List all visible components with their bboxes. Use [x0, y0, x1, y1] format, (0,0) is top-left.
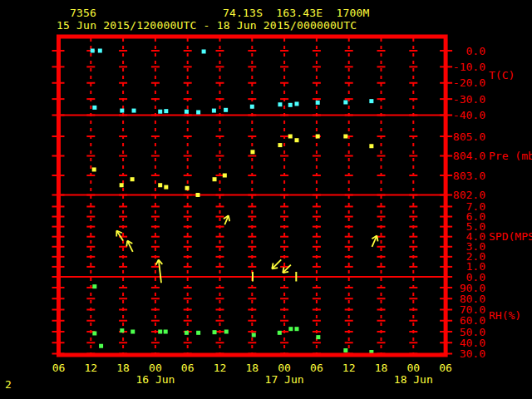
data-point-pressure [250, 150, 254, 154]
data-point-pressure [158, 183, 162, 187]
data-point-pressure [185, 186, 190, 190]
data-point-pressure [294, 138, 298, 142]
meteogram-screen: 7356 74.13S 163.43E 1700M 15 Jun 2015/12… [0, 0, 532, 399]
data-point-relative-humidity [99, 344, 103, 348]
x-day-label: 18 Jun [394, 373, 433, 386]
unit-label-temperature: T(C) [489, 69, 515, 81]
wind-arrow-head [272, 268, 278, 268]
data-point-relative-humidity [92, 331, 96, 335]
data-point-pressure [316, 135, 320, 139]
data-point-relative-humidity [224, 330, 229, 334]
data-point-temperature [185, 110, 189, 114]
data-point-relative-humidity [316, 335, 320, 339]
unit-label-relative-humidity: RH(%) [489, 309, 521, 322]
x-day-label: 16 Jun [135, 373, 175, 386]
meteogram-plot: 0.0-10.0-20.0-30.0-40.0T(C)805.0804.0803… [0, 0, 532, 399]
x-hour-label: 00 [406, 362, 420, 374]
data-point-temperature [294, 101, 298, 106]
x-hour-label: 18 [375, 362, 388, 374]
data-point-pressure [288, 135, 293, 139]
data-point-pressure [223, 174, 227, 178]
wind-arrow-head [229, 215, 229, 221]
data-point-temperature [132, 109, 136, 113]
data-point-temperature [158, 110, 162, 114]
data-point-pressure [343, 135, 347, 139]
x-day-label: 17 Jun [265, 373, 304, 386]
data-point-pressure [278, 143, 282, 147]
y-tick-label-temperature: -30.0 [453, 93, 485, 106]
y-tick-label-pressure: 804.0 [453, 150, 485, 162]
data-point-relative-humidity [92, 284, 96, 288]
data-point-relative-humidity [158, 330, 162, 334]
data-point-temperature [164, 109, 168, 113]
x-hour-label: 06 [310, 362, 323, 374]
data-point-temperature [202, 49, 206, 53]
data-point-temperature [224, 108, 228, 112]
data-point-relative-humidity [252, 332, 256, 337]
unit-label-pressure: Pre (mb) [489, 150, 532, 162]
x-hour-label: 12 [214, 362, 227, 374]
data-point-relative-humidity [185, 331, 189, 335]
y-tick-label-temperature: 0.0 [466, 45, 485, 57]
data-point-temperature [278, 102, 282, 106]
x-hour-label: 12 [84, 362, 97, 374]
x-hour-label: 18 [116, 362, 130, 374]
data-point-temperature [120, 109, 124, 113]
y-tick-label-relative-humidity: 30.0 [460, 347, 485, 360]
data-point-pressure [195, 193, 200, 197]
data-point-temperature [369, 99, 373, 103]
data-point-temperature [91, 49, 95, 53]
x-hour-label: 00 [278, 362, 291, 374]
data-point-temperature [250, 105, 254, 109]
data-point-relative-humidity [164, 330, 168, 334]
y-tick-label-temperature: -10.0 [453, 61, 485, 73]
wind-arrow-head [126, 241, 127, 247]
data-point-relative-humidity [294, 327, 298, 331]
data-point-pressure [213, 177, 217, 181]
data-point-pressure [131, 177, 135, 181]
data-point-temperature [343, 101, 347, 105]
data-point-temperature [196, 111, 200, 115]
x-hour-label: 06 [181, 362, 195, 374]
x-hour-label: 12 [342, 362, 356, 374]
data-point-relative-humidity [288, 327, 293, 331]
data-point-pressure [92, 167, 96, 171]
y-tick-label-temperature: -20.0 [453, 76, 485, 89]
unit-label-wind-speed: SPD(MPS) [489, 230, 532, 243]
y-tick-label-pressure: 803.0 [453, 170, 485, 182]
data-point-relative-humidity [343, 348, 347, 352]
data-point-temperature [92, 106, 96, 110]
data-point-relative-humidity [120, 328, 124, 332]
y-tick-label-temperature: -40.0 [453, 109, 485, 121]
data-point-temperature [212, 109, 216, 113]
data-point-temperature [98, 49, 102, 53]
data-point-temperature [288, 103, 293, 107]
data-point-relative-humidity [278, 331, 282, 335]
x-hour-label: 06 [52, 362, 66, 374]
wind-arrow-head [377, 236, 377, 242]
x-hour-label: 18 [245, 362, 259, 374]
data-point-temperature [316, 101, 320, 105]
x-hour-label: 06 [439, 362, 452, 374]
y-tick-label-pressure: 802.0 [453, 189, 485, 201]
data-point-pressure [120, 183, 124, 187]
page-indicator: 2 [5, 378, 12, 391]
data-point-relative-humidity [196, 331, 200, 335]
y-tick-label-pressure: 805.0 [453, 131, 485, 143]
data-point-relative-humidity [131, 330, 135, 334]
x-hour-label: 00 [149, 362, 162, 374]
data-point-pressure [369, 144, 373, 148]
data-point-relative-humidity [213, 330, 217, 334]
data-point-pressure [164, 185, 168, 190]
